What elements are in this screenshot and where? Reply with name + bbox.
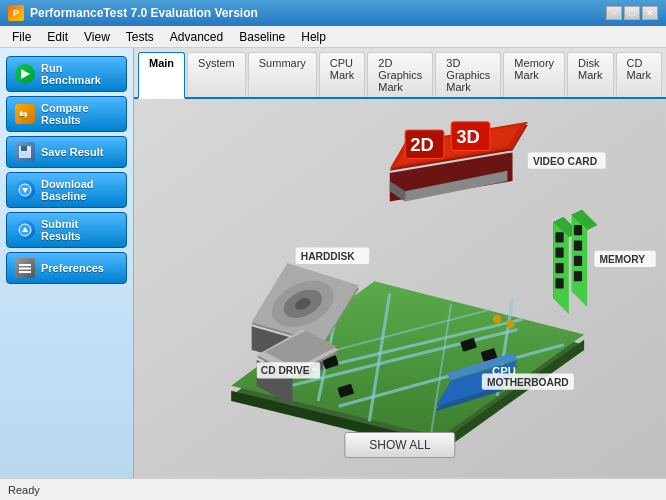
tab-cd-mark[interactable]: CD Mark [616, 52, 662, 97]
svg-rect-10 [19, 268, 31, 270]
svg-rect-11 [19, 271, 31, 273]
download-baseline-icon [15, 180, 35, 200]
svg-rect-60 [556, 278, 564, 288]
tab-2d-graphics-mark[interactable]: 2D Graphics Mark [367, 52, 433, 97]
save-result-icon [15, 142, 35, 162]
svg-text:MEMORY: MEMORY [600, 254, 646, 265]
title-bar: P PerformanceTest 7.0 Evaluation Version… [0, 0, 666, 26]
window-controls[interactable]: − □ ✕ [606, 6, 658, 20]
compare-results-button[interactable]: ⇆ Compare Results [6, 96, 127, 132]
menu-edit[interactable]: Edit [39, 28, 76, 46]
scene: CPU HARDDISK [134, 99, 666, 478]
svg-text:MOTHERBOARD: MOTHERBOARD [487, 377, 569, 388]
menu-file[interactable]: File [4, 28, 39, 46]
tab-3d-graphics-mark[interactable]: 3D Graphics Mark [435, 52, 501, 97]
submit-results-icon [15, 220, 35, 240]
svg-text:CD DRIVE: CD DRIVE [261, 365, 310, 376]
close-button[interactable]: ✕ [642, 6, 658, 20]
compare-results-icon: ⇆ [15, 104, 35, 124]
preferences-button[interactable]: Preferences [6, 252, 127, 284]
svg-point-32 [493, 315, 501, 323]
svg-rect-9 [19, 264, 31, 266]
menu-tests[interactable]: Tests [118, 28, 162, 46]
content-area: Main System Summary CPU Mark 2D Graphics… [134, 48, 666, 478]
svg-text:HARDDISK: HARDDISK [301, 251, 356, 262]
tab-main[interactable]: Main [138, 52, 185, 99]
run-benchmark-icon [15, 64, 35, 84]
svg-rect-59 [556, 263, 564, 273]
svg-rect-64 [574, 225, 582, 235]
compare-results-label: Compare Results [41, 102, 118, 126]
main-content: CPU HARDDISK [134, 99, 666, 478]
scene-svg: CPU HARDDISK [134, 99, 666, 478]
app-title: PerformanceTest 7.0 Evaluation Version [30, 6, 258, 20]
preferences-icon [15, 258, 35, 278]
svg-text:3D: 3D [456, 126, 480, 147]
download-baseline-label: Download Baseline [41, 178, 118, 202]
menu-bar: File Edit View Tests Advanced Baseline H… [0, 26, 666, 48]
svg-rect-57 [556, 232, 564, 242]
app-icon: P [8, 5, 24, 21]
svg-text:2D: 2D [410, 134, 434, 155]
submit-results-label: Submit Results [41, 218, 118, 242]
svg-rect-66 [574, 256, 582, 266]
svg-text:VIDEO CARD: VIDEO CARD [533, 156, 597, 167]
tab-memory-mark[interactable]: Memory Mark [503, 52, 565, 97]
svg-rect-67 [574, 271, 582, 281]
svg-rect-58 [556, 248, 564, 258]
svg-text:⇆: ⇆ [19, 109, 28, 120]
submit-results-button[interactable]: Submit Results [6, 212, 127, 248]
tab-summary[interactable]: Summary [248, 52, 317, 97]
download-baseline-button[interactable]: Download Baseline [6, 172, 127, 208]
svg-rect-4 [20, 152, 30, 157]
run-benchmark-label: Run Benchmark [41, 62, 118, 86]
tab-system[interactable]: System [187, 52, 246, 97]
main-layout: Run Benchmark ⇆ Compare Results Save Res… [0, 48, 666, 478]
tab-bar: Main System Summary CPU Mark 2D Graphics… [134, 48, 666, 99]
maximize-button[interactable]: □ [624, 6, 640, 20]
save-result-button[interactable]: Save Result [6, 136, 127, 168]
svg-marker-0 [21, 69, 30, 79]
sidebar: Run Benchmark ⇆ Compare Results Save Res… [0, 48, 134, 478]
show-all-button[interactable]: SHOW ALL [344, 432, 455, 458]
menu-view[interactable]: View [76, 28, 118, 46]
minimize-button[interactable]: − [606, 6, 622, 20]
title-bar-left: P PerformanceTest 7.0 Evaluation Version [8, 5, 258, 21]
save-result-label: Save Result [41, 146, 103, 158]
tab-disk-mark[interactable]: Disk Mark [567, 52, 613, 97]
svg-point-33 [506, 320, 514, 328]
status-text: Ready [8, 484, 40, 496]
menu-help[interactable]: Help [293, 28, 334, 46]
status-bar: Ready [0, 478, 666, 500]
tab-cpu-mark[interactable]: CPU Mark [319, 52, 365, 97]
svg-rect-3 [21, 146, 27, 151]
menu-baseline[interactable]: Baseline [231, 28, 293, 46]
menu-advanced[interactable]: Advanced [162, 28, 231, 46]
preferences-label: Preferences [41, 262, 104, 274]
svg-rect-65 [574, 240, 582, 250]
run-benchmark-button[interactable]: Run Benchmark [6, 56, 127, 92]
